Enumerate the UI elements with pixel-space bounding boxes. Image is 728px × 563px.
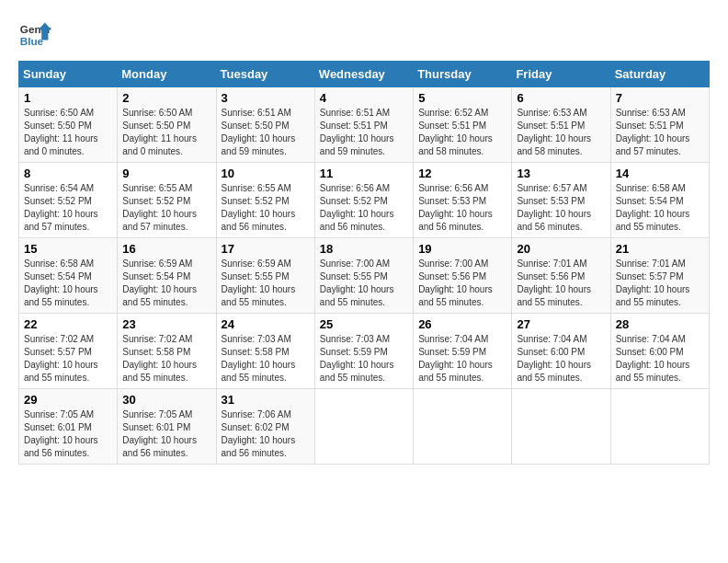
day-number: 15	[24, 242, 112, 256]
col-header-wednesday: Wednesday	[314, 62, 413, 87]
day-cell	[610, 389, 709, 465]
col-header-friday: Friday	[512, 62, 610, 87]
day-cell	[512, 389, 610, 465]
day-info: Sunrise: 6:50 AMSunset: 5:50 PMDaylight:…	[122, 107, 210, 158]
day-info: Sunrise: 6:52 AMSunset: 5:51 PMDaylight:…	[418, 107, 506, 158]
week-row: 22Sunrise: 7:02 AMSunset: 5:57 PMDayligh…	[19, 314, 710, 389]
day-cell	[314, 389, 413, 465]
day-number: 31	[222, 393, 310, 407]
day-info: Sunrise: 6:54 AMSunset: 5:52 PMDaylight:…	[24, 182, 112, 234]
col-header-thursday: Thursday	[414, 62, 512, 87]
day-cell: 17Sunrise: 6:59 AMSunset: 5:55 PMDayligh…	[216, 238, 314, 314]
day-info: Sunrise: 7:05 AMSunset: 6:01 PMDaylight:…	[24, 408, 112, 460]
day-info: Sunrise: 6:51 AMSunset: 5:51 PMDaylight:…	[320, 107, 408, 158]
day-info: Sunrise: 6:59 AMSunset: 5:54 PMDaylight:…	[122, 258, 210, 309]
day-cell: 15Sunrise: 6:58 AMSunset: 5:54 PMDayligh…	[19, 238, 118, 314]
day-number: 8	[24, 167, 112, 180]
day-info: Sunrise: 7:04 AMSunset: 6:00 PMDaylight:…	[616, 333, 704, 385]
day-number: 5	[418, 91, 506, 105]
day-number: 20	[517, 242, 605, 256]
day-number: 12	[418, 167, 506, 180]
day-info: Sunrise: 7:06 AMSunset: 6:02 PMDaylight:…	[222, 408, 310, 460]
day-info: Sunrise: 6:53 AMSunset: 5:51 PMDaylight:…	[616, 107, 704, 158]
day-number: 19	[418, 242, 506, 256]
day-info: Sunrise: 6:57 AMSunset: 5:53 PMDaylight:…	[517, 182, 605, 234]
day-cell: 27Sunrise: 7:04 AMSunset: 6:00 PMDayligh…	[512, 314, 610, 389]
week-row: 15Sunrise: 6:58 AMSunset: 5:54 PMDayligh…	[19, 238, 710, 314]
day-info: Sunrise: 7:04 AMSunset: 6:00 PMDaylight:…	[517, 333, 605, 385]
day-info: Sunrise: 6:55 AMSunset: 5:52 PMDaylight:…	[122, 182, 210, 234]
day-cell: 3Sunrise: 6:51 AMSunset: 5:50 PMDaylight…	[216, 87, 314, 163]
day-cell: 4Sunrise: 6:51 AMSunset: 5:51 PMDaylight…	[314, 87, 413, 163]
day-number: 30	[122, 393, 210, 407]
week-row: 8Sunrise: 6:54 AMSunset: 5:52 PMDaylight…	[19, 163, 710, 238]
day-number: 25	[320, 317, 408, 331]
day-cell: 22Sunrise: 7:02 AMSunset: 5:57 PMDayligh…	[19, 314, 118, 389]
day-cell: 18Sunrise: 7:00 AMSunset: 5:55 PMDayligh…	[314, 238, 413, 314]
day-number: 23	[122, 317, 210, 331]
day-cell: 5Sunrise: 6:52 AMSunset: 5:51 PMDaylight…	[414, 87, 512, 163]
day-info: Sunrise: 7:03 AMSunset: 5:58 PMDaylight:…	[222, 333, 310, 385]
day-info: Sunrise: 6:59 AMSunset: 5:55 PMDaylight:…	[222, 258, 310, 309]
day-number: 26	[418, 317, 506, 331]
logo: General Blue	[18, 18, 51, 52]
day-info: Sunrise: 6:53 AMSunset: 5:51 PMDaylight:…	[517, 107, 605, 158]
day-cell	[414, 389, 512, 465]
day-number: 27	[517, 317, 605, 331]
col-header-saturday: Saturday	[610, 62, 709, 87]
day-number: 18	[320, 242, 408, 256]
day-info: Sunrise: 7:00 AMSunset: 5:55 PMDaylight:…	[320, 258, 408, 309]
day-number: 22	[24, 317, 112, 331]
day-cell: 14Sunrise: 6:58 AMSunset: 5:54 PMDayligh…	[610, 163, 709, 238]
col-header-monday: Monday	[118, 62, 216, 87]
day-info: Sunrise: 6:56 AMSunset: 5:53 PMDaylight:…	[418, 182, 506, 234]
day-number: 2	[122, 91, 210, 105]
day-cell: 24Sunrise: 7:03 AMSunset: 5:58 PMDayligh…	[216, 314, 314, 389]
day-number: 11	[320, 167, 408, 180]
week-row: 29Sunrise: 7:05 AMSunset: 6:01 PMDayligh…	[19, 389, 710, 465]
day-cell: 8Sunrise: 6:54 AMSunset: 5:52 PMDaylight…	[19, 163, 118, 238]
day-number: 10	[222, 167, 310, 180]
day-cell: 28Sunrise: 7:04 AMSunset: 6:00 PMDayligh…	[610, 314, 709, 389]
day-cell: 30Sunrise: 7:05 AMSunset: 6:01 PMDayligh…	[118, 389, 216, 465]
day-cell: 31Sunrise: 7:06 AMSunset: 6:02 PMDayligh…	[216, 389, 314, 465]
day-number: 21	[616, 242, 704, 256]
day-number: 1	[24, 91, 112, 105]
day-cell: 2Sunrise: 6:50 AMSunset: 5:50 PMDaylight…	[118, 87, 216, 163]
logo-icon: General Blue	[18, 18, 51, 52]
day-cell: 1Sunrise: 6:50 AMSunset: 5:50 PMDaylight…	[19, 87, 118, 163]
day-number: 16	[122, 242, 210, 256]
day-info: Sunrise: 6:55 AMSunset: 5:52 PMDaylight:…	[222, 182, 310, 234]
day-number: 4	[320, 91, 408, 105]
day-cell: 11Sunrise: 6:56 AMSunset: 5:52 PMDayligh…	[314, 163, 413, 238]
page-header: General Blue	[18, 18, 710, 52]
day-info: Sunrise: 7:02 AMSunset: 5:57 PMDaylight:…	[24, 333, 112, 385]
calendar-table: SundayMondayTuesdayWednesdayThursdayFrid…	[18, 61, 710, 465]
col-header-sunday: Sunday	[19, 62, 118, 87]
day-cell: 16Sunrise: 6:59 AMSunset: 5:54 PMDayligh…	[118, 238, 216, 314]
day-info: Sunrise: 6:50 AMSunset: 5:50 PMDaylight:…	[24, 107, 112, 158]
day-number: 28	[616, 317, 704, 331]
day-number: 6	[517, 91, 605, 105]
day-info: Sunrise: 7:04 AMSunset: 5:59 PMDaylight:…	[418, 333, 506, 385]
day-cell: 10Sunrise: 6:55 AMSunset: 5:52 PMDayligh…	[216, 163, 314, 238]
day-info: Sunrise: 7:01 AMSunset: 5:57 PMDaylight:…	[616, 258, 704, 309]
day-cell: 21Sunrise: 7:01 AMSunset: 5:57 PMDayligh…	[610, 238, 709, 314]
day-cell: 26Sunrise: 7:04 AMSunset: 5:59 PMDayligh…	[414, 314, 512, 389]
day-cell: 9Sunrise: 6:55 AMSunset: 5:52 PMDaylight…	[118, 163, 216, 238]
day-cell: 23Sunrise: 7:02 AMSunset: 5:58 PMDayligh…	[118, 314, 216, 389]
day-info: Sunrise: 7:02 AMSunset: 5:58 PMDaylight:…	[122, 333, 210, 385]
day-cell: 29Sunrise: 7:05 AMSunset: 6:01 PMDayligh…	[19, 389, 118, 465]
day-number: 13	[517, 167, 605, 180]
col-header-tuesday: Tuesday	[216, 62, 314, 87]
day-info: Sunrise: 7:05 AMSunset: 6:01 PMDaylight:…	[122, 408, 210, 460]
day-cell: 25Sunrise: 7:03 AMSunset: 5:59 PMDayligh…	[314, 314, 413, 389]
day-cell: 20Sunrise: 7:01 AMSunset: 5:56 PMDayligh…	[512, 238, 610, 314]
day-info: Sunrise: 6:58 AMSunset: 5:54 PMDaylight:…	[616, 182, 704, 234]
day-info: Sunrise: 6:58 AMSunset: 5:54 PMDaylight:…	[24, 258, 112, 309]
day-info: Sunrise: 6:51 AMSunset: 5:50 PMDaylight:…	[222, 107, 310, 158]
day-number: 9	[122, 167, 210, 180]
day-number: 29	[24, 393, 112, 407]
day-number: 14	[616, 167, 704, 180]
day-number: 7	[616, 91, 704, 105]
